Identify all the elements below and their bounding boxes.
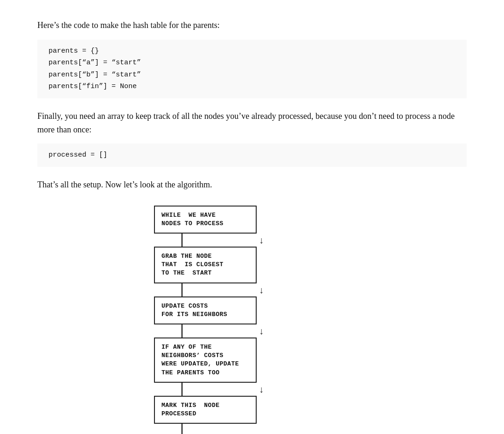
flow-section: WHILE WE HAVE NODES TO PROCESS ↓ GRAB TH… xyxy=(135,206,369,424)
flowchart-wrapper: WHILE WE HAVE NODES TO PROCESS ↓ GRAB TH… xyxy=(135,206,369,424)
code-line-1: parents = {} xyxy=(49,45,455,57)
flowchart-box-2: GRAB THE NODE THAT IS CLOSEST TO THE STA… xyxy=(154,247,257,283)
code-line-3: parents[“b”] = “start” xyxy=(49,69,455,81)
intro-heading: Here’s the code to make the hash table f… xyxy=(37,19,467,32)
code-line-2: parents[“a”] = “start” xyxy=(49,57,455,69)
arrow-2-3: ↓ xyxy=(259,283,264,296)
arrow-4-5: ↓ xyxy=(259,383,264,396)
flowchart-box-4: IF ANY OF THE NEIGHBORS’ COSTS WERE UPDA… xyxy=(154,338,257,383)
flowchart-box-3: UPDATE COSTS FOR ITS NEIGHBORS xyxy=(154,296,257,324)
flowchart-diagram: WHILE WE HAVE NODES TO PROCESS ↓ GRAB TH… xyxy=(37,206,467,424)
code-block-processed: processed = [] xyxy=(37,144,467,167)
body-text-2: That’s all the setup. Now let’s look at … xyxy=(37,178,467,192)
arrow-3-4: ↓ xyxy=(259,324,264,338)
body-text-1: Finally, you need an array to keep track… xyxy=(37,110,467,137)
code-line-4: parents[“fin”] = None xyxy=(49,81,455,93)
flowchart-box-5: MARK THIS NODE PROCESSED xyxy=(154,396,257,424)
code-block-parents: parents = {} parents[“a”] = “start” pare… xyxy=(37,40,467,98)
flowchart-box-1: WHILE WE HAVE NODES TO PROCESS xyxy=(154,206,257,234)
arrow-1-2: ↓ xyxy=(259,234,264,247)
